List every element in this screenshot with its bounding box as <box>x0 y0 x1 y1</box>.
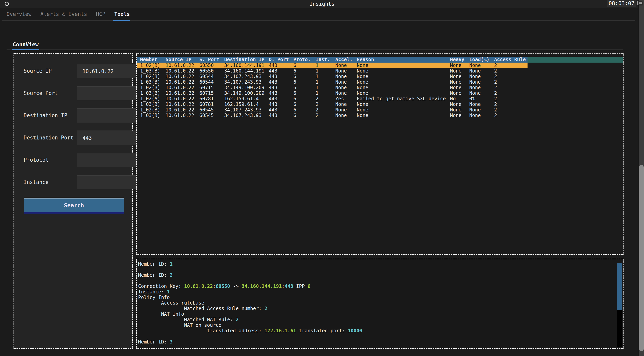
column-header-proto: Proto. <box>294 57 316 62</box>
form-row-source-ip: Source IP <box>24 64 125 78</box>
table-row[interactable]: 1_03(B)10.61.0.226054534.107.243.9344362… <box>137 113 623 118</box>
main-scrollbar[interactable] <box>638 0 644 356</box>
search-button[interactable]: Search <box>24 198 124 214</box>
destination-ip-label: Destination IP <box>24 112 77 118</box>
table-row[interactable]: 1_02(B)10.61.0.226054434.107.243.9344361… <box>137 74 623 79</box>
form-row-protocol: Protocol <box>24 153 125 167</box>
table-row[interactable]: 1_03(B)10.61.0.226055034.160.144.1914436… <box>137 68 623 74</box>
app-title: Insights <box>0 0 644 8</box>
table-header: MemberSource IPS. PortDestination IPD. P… <box>137 57 623 62</box>
table-row[interactable]: 1_02(B)10.61.0.226054534.107.243.9344362… <box>137 107 623 113</box>
column-header-inst: Inst. <box>316 57 335 62</box>
detail-scrollbar[interactable] <box>617 263 622 347</box>
detail-line: Matched Access Rule number: 2 <box>138 306 614 311</box>
detail-line: Matched NAT Rule: 2 <box>138 317 614 323</box>
subline <box>6 49 623 50</box>
main-scrollbar-thumb[interactable] <box>639 165 644 351</box>
search-form-fields: Source IPSource PortDestination IPDestin… <box>14 64 132 189</box>
column-header-reason: Reason <box>357 57 450 62</box>
detail-line: NAT on source <box>138 323 614 328</box>
column-header-d-port: D. Port <box>269 57 294 62</box>
tab-overview[interactable]: Overview <box>6 8 32 20</box>
destination-port-label: Destination Port <box>24 135 77 141</box>
table-row[interactable]: 1_02(B)10.61.0.226055034.160.144.1914436… <box>137 62 623 68</box>
detail-line: Policy Info <box>138 295 614 300</box>
tab-tools[interactable]: Tools <box>114 8 130 20</box>
detail-line <box>138 334 614 339</box>
column-header-load: Load(%) <box>469 57 494 62</box>
form-row-source-port: Source Port <box>24 86 125 100</box>
table-row[interactable]: 1_03(B)10.61.0.226054434.107.243.9344361… <box>137 79 623 85</box>
clock: 08:03:07 <box>607 0 636 7</box>
column-header-source-ip: Source IP <box>166 57 199 62</box>
table-row[interactable]: 1_03(B)10.61.0.2260781162.159.61.444362N… <box>137 101 623 107</box>
source-port-label: Source Port <box>24 90 77 96</box>
column-header-heavy: Heavy <box>450 57 469 62</box>
table-row[interactable]: 1_02(B)10.61.0.226071534.149.100.2094436… <box>137 85 623 90</box>
tab-alerts-events[interactable]: Alerts & Events <box>40 8 87 20</box>
detail-line: Access rulebase <box>138 300 614 306</box>
connview-search-panel: Source IPSource PortDestination IPDestin… <box>14 53 133 349</box>
detail-lines: Member ID: 1 Member ID: 2 Connection Key… <box>138 261 614 345</box>
form-row-destination-port: Destination Port <box>24 130 125 145</box>
table-body: 1_02(B)10.61.0.226055034.160.144.1914436… <box>137 62 623 118</box>
column-header-accel: Accel. <box>335 57 357 62</box>
column-header-destination-ip: Destination IP <box>224 57 269 62</box>
detail-line: Member ID: 1 <box>138 261 614 267</box>
topbar: Insights 08:03:07 <box>0 0 644 8</box>
tab-hcp[interactable]: HCP <box>96 8 105 20</box>
connections-table[interactable]: MemberSource IPS. PortDestination IPD. P… <box>136 53 624 255</box>
table-row[interactable]: 1_02(A)10.61.0.2260781162.159.61.444362Y… <box>137 96 623 101</box>
connection-details[interactable]: Member ID: 1 Member ID: 2 Connection Key… <box>136 259 624 349</box>
column-header-access-rule: Access Rule <box>494 57 528 62</box>
detail-line: Instance: 1 <box>138 289 614 295</box>
detail-line: NAT info <box>138 311 614 317</box>
column-header-member: Member <box>140 57 166 62</box>
detail-line <box>138 267 614 272</box>
main-tabs: OverviewAlerts & EventsHCPTools <box>6 8 130 20</box>
subtab-connview[interactable]: ConnView <box>13 39 38 49</box>
detail-line: Member ID: 2 <box>138 272 614 278</box>
detail-line: Member ID: 3 <box>138 339 614 345</box>
menu-icon[interactable] <box>637 1 643 5</box>
table-row[interactable]: 1_03(B)10.61.0.226071534.149.100.2094436… <box>137 90 623 96</box>
form-row-destination-ip: Destination IP <box>24 108 125 123</box>
sub-tabs: ConnView <box>13 39 38 49</box>
detail-scrollbar-thumb[interactable] <box>617 263 622 310</box>
column-header-s-port: S. Port <box>199 57 224 62</box>
tabline <box>2 20 635 21</box>
detail-line: Connection Key: 10.61.0.22:60550 -> 34.1… <box>138 284 614 289</box>
protocol-label: Protocol <box>24 157 77 163</box>
detail-line <box>138 278 614 284</box>
detail-line: translated address: 172.16.1.61 translat… <box>138 328 614 334</box>
form-row-instance: Instance <box>24 175 125 189</box>
source-ip-label: Source IP <box>24 68 77 74</box>
instance-label: Instance <box>24 179 77 185</box>
